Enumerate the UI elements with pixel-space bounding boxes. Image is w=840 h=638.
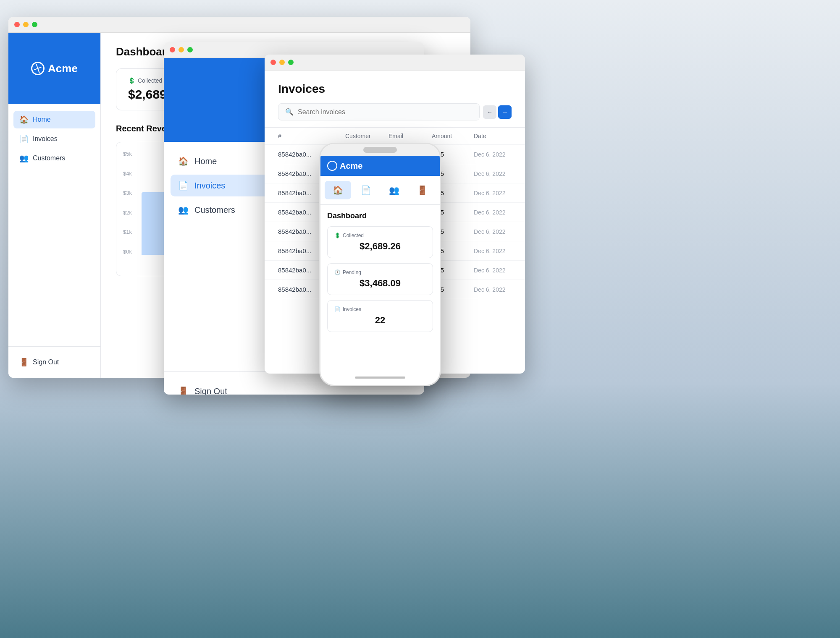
titlebar-1	[8, 17, 470, 33]
invoice-date: Dec 6, 2022	[474, 190, 512, 196]
search-nav: ← →	[483, 105, 512, 119]
invoice-date: Dec 6, 2022	[474, 267, 512, 274]
phone-content: Dashboard 💲 Collected $2,689.26 🕐 Pendin…	[320, 205, 440, 370]
col-header-date: Date	[474, 133, 512, 139]
phone-stat-label-pending: 🕐 Pending	[334, 269, 426, 275]
phone-nav-signout[interactable]: 🚪	[409, 181, 436, 199]
phone-stat-value-collected: $2,689.26	[334, 241, 426, 252]
sidebar-logo-1: Acme	[8, 33, 100, 104]
maximize-button-3[interactable]	[288, 60, 294, 65]
search-icon: 🔍	[285, 108, 294, 116]
invoices-icon-2: 📄	[178, 180, 189, 191]
phone-mockup: Acme 🏠 📄 👥 🚪 Dashboard 💲 Collected $2,68…	[319, 143, 441, 386]
invoice-date: Dec 6, 2022	[474, 228, 512, 235]
phone-header: Acme	[320, 156, 440, 176]
invoice-date: Dec 6, 2022	[474, 151, 512, 158]
chart-y-labels-1: $5k $4k $3k $2k $1k $0k	[123, 151, 132, 255]
phone-stat-label-collected: 💲 Collected	[334, 233, 426, 238]
col-header-email: Email	[388, 133, 432, 139]
maximize-button-2[interactable]	[187, 47, 193, 52]
col-header-id: #	[278, 133, 345, 139]
sidebar-item-customers-1[interactable]: 👥 Customers	[13, 149, 95, 167]
phone-nav-home[interactable]: 🏠	[325, 181, 351, 199]
phone-brand-logo: Acme	[327, 161, 362, 171]
phone-notch	[363, 147, 397, 153]
sidebar-nav-1: 🏠 Home 📄 Invoices 👥 Customers	[8, 104, 100, 346]
sidebar-1: Acme 🏠 Home 📄 Invoices 👥 Customers	[8, 33, 101, 378]
phone-nav-bar: 🏠 📄 👥 🚪	[320, 176, 440, 205]
minimize-button-2[interactable]	[178, 47, 184, 52]
y-label-0k: $0k	[123, 248, 132, 255]
close-button-1[interactable]	[14, 22, 20, 27]
phone-clock-icon: 🕐	[334, 269, 341, 275]
search-input[interactable]	[298, 108, 472, 116]
phone-section-title: Dashboard	[327, 212, 433, 220]
signout-button-1[interactable]: 🚪 Sign Out	[13, 353, 95, 371]
home-icon-1: 🏠	[19, 115, 29, 124]
prev-button[interactable]: ←	[483, 105, 496, 119]
brand-logo-1: Acme	[31, 62, 78, 75]
col-header-amount: Amount	[432, 133, 474, 139]
phone-invoices-label: 📄 Invoices	[334, 306, 426, 312]
phone-dollar-icon: 💲	[334, 233, 341, 238]
invoice-date: Dec 6, 2022	[474, 209, 512, 216]
phone-invoice-icon: 📄	[334, 306, 341, 312]
invoice-date: Dec 6, 2022	[474, 248, 512, 254]
table-header: # Customer Email Amount Date	[265, 128, 525, 145]
phone-home-indicator	[355, 377, 405, 379]
phone-invoices-value: 22	[334, 315, 426, 326]
invoices-title: Invoices	[278, 82, 512, 96]
phone-stat-value-pending: $3,468.09	[334, 278, 426, 289]
phone-nav-customers[interactable]: 👥	[381, 181, 407, 199]
signout-icon-1: 🚪	[19, 358, 29, 367]
globe-icon-1	[31, 62, 45, 75]
y-label-4k: $4k	[123, 170, 132, 177]
phone-nav-invoices[interactable]: 📄	[353, 181, 379, 199]
customers-icon-1: 👥	[19, 154, 29, 163]
dollar-circle-icon-1: 💲	[128, 77, 135, 84]
signout-icon-2: 🚪	[178, 386, 189, 395]
sidebar-item-home-1[interactable]: 🏠 Home	[13, 111, 95, 128]
home-icon-2: 🏠	[178, 156, 189, 166]
invoice-date: Dec 6, 2022	[474, 170, 512, 177]
y-label-3k: $3k	[123, 190, 132, 196]
sidebar-item-invoices-1[interactable]: 📄 Invoices	[13, 130, 95, 148]
phone-notch-bar	[320, 144, 440, 156]
y-label-2k: $2k	[123, 209, 132, 216]
y-label-1k: $1k	[123, 229, 132, 235]
maximize-button-1[interactable]	[32, 22, 37, 27]
invoices-header: Invoices 🔍 ← →	[265, 71, 525, 128]
phone-bottom-bar	[320, 370, 440, 385]
phone-invoices-card: 📄 Invoices 22	[327, 300, 433, 332]
next-button[interactable]: →	[498, 105, 512, 119]
close-button-2[interactable]	[170, 47, 175, 52]
titlebar-3	[265, 55, 525, 71]
minimize-button-3[interactable]	[279, 60, 285, 65]
y-label-5k: $5k	[123, 151, 132, 157]
customers-icon-2: 👥	[178, 205, 189, 215]
search-bar[interactable]: 🔍	[278, 103, 480, 120]
minimize-button-1[interactable]	[23, 22, 29, 27]
phone-globe-icon	[327, 161, 337, 171]
close-button-3[interactable]	[270, 60, 276, 65]
invoices-icon-1: 📄	[19, 134, 29, 144]
sidebar-footer-1: 🚪 Sign Out	[8, 346, 100, 378]
invoice-date: Dec 6, 2022	[474, 286, 512, 293]
phone-stat-pending: 🕐 Pending $3,468.09	[327, 263, 433, 295]
col-header-customer: Customer	[345, 133, 388, 139]
phone-stat-collected: 💲 Collected $2,689.26	[327, 226, 433, 258]
